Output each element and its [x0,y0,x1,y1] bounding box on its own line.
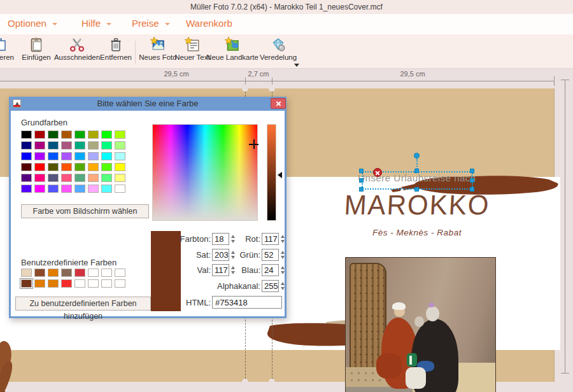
spin-up-icon[interactable] [281,235,285,238]
new-map-button[interactable]: Neue Landkarte [206,37,258,67]
chevron-down-icon[interactable] [294,64,299,67]
custom-color-swatch[interactable] [88,269,99,277]
basic-color-swatch[interactable] [115,152,125,160]
html-color-input[interactable]: #753418 [212,296,282,309]
basic-color-swatch[interactable] [21,130,32,139]
selection-handle[interactable] [359,169,364,173]
delete-element-button[interactable] [373,168,382,177]
basic-color-swatch[interactable] [34,152,45,160]
custom-color-swatch[interactable] [88,279,99,288]
custom-color-swatch[interactable] [101,279,112,288]
spin-down-icon[interactable] [281,256,285,259]
custom-color-swatch[interactable] [48,279,59,288]
add-custom-color-button[interactable]: Zu benutzerdefinierten Farben hinzufügen [15,297,151,311]
pick-screen-color-button[interactable]: Farbe vom Bildschirm wählen [21,204,149,218]
basic-color-swatch[interactable] [101,141,112,150]
cut-button[interactable]: Ausschneiden [54,37,100,67]
basic-color-swatch[interactable] [34,130,45,139]
basic-color-swatch[interactable] [48,163,59,171]
basic-color-swatch[interactable] [88,163,99,171]
cover-title-text[interactable]: MAROKKO [343,189,492,221]
basic-color-swatch[interactable] [61,130,72,139]
basic-color-swatch[interactable] [88,130,99,139]
custom-color-swatch[interactable] [48,269,59,277]
spin-up-icon[interactable] [281,266,285,269]
rotation-handle[interactable] [414,153,420,158]
custom-color-swatch[interactable] [101,269,112,277]
basic-color-swatch[interactable] [21,185,32,193]
color-crosshair[interactable] [249,139,258,149]
basic-color-swatch[interactable] [61,163,72,171]
basic-color-swatch[interactable] [115,174,125,182]
custom-color-swatch[interactable] [21,279,32,288]
basic-color-swatch[interactable] [101,130,112,139]
alpha-field[interactable]: 255 [262,280,285,292]
cover-photo[interactable] [345,257,496,392]
basic-color-swatch[interactable] [48,130,59,139]
basic-color-swatch[interactable] [74,130,85,139]
dialog-title-bar[interactable]: Bitte wählen Sie eine Farbe [9,97,286,111]
selection-handle[interactable] [414,169,419,173]
basic-color-swatch[interactable] [21,152,32,160]
menu-hilfe[interactable]: Hilfe [81,18,111,29]
red-field[interactable]: 117 [262,233,285,245]
hue-saturation-picker[interactable] [152,124,258,221]
finishing-button[interactable]: Veredelung [257,37,299,67]
basic-color-swatch[interactable] [74,141,85,150]
custom-color-swatch[interactable] [34,279,45,288]
delete-button[interactable]: Entfernen [96,37,136,67]
blue-field[interactable]: 24 [262,264,285,276]
menu-warenkorb[interactable]: Warenkorb [186,18,232,29]
spin-down-icon[interactable] [281,287,285,290]
basic-color-swatch[interactable] [34,185,45,193]
menu-optionen[interactable]: Optionen [8,18,57,29]
custom-color-swatch[interactable] [115,269,125,277]
custom-color-swatch[interactable] [21,269,32,277]
basic-color-swatch[interactable] [34,141,45,150]
value-slider[interactable] [267,124,276,221]
basic-color-swatch[interactable] [101,163,112,171]
menu-preise[interactable]: Preise [132,18,170,29]
custom-color-swatch[interactable] [74,269,85,277]
selection-handle[interactable] [359,178,364,183]
custom-color-swatch[interactable] [34,269,45,277]
basic-color-swatch[interactable] [21,141,32,150]
basic-color-swatch[interactable] [101,174,112,182]
selection-handle[interactable] [359,187,364,192]
basic-color-swatch[interactable] [34,174,45,182]
selection-handle[interactable] [470,178,474,183]
selection-handle[interactable] [470,169,474,173]
paste-button[interactable]: Einfügen [16,37,57,67]
basic-color-swatch[interactable] [74,152,85,160]
basic-color-swatch[interactable] [61,174,72,182]
basic-color-swatch[interactable] [88,141,99,150]
basic-color-swatch[interactable] [115,141,125,150]
green-field[interactable]: 52 [262,249,285,261]
basic-color-swatch[interactable] [21,174,32,182]
basic-color-swatch[interactable] [74,174,85,182]
spin-down-icon[interactable] [281,240,285,243]
basic-color-swatch[interactable] [74,185,85,193]
value-slider-arrow[interactable] [278,172,282,178]
basic-color-swatch[interactable] [48,185,59,193]
basic-color-swatch[interactable] [88,152,99,160]
custom-color-swatch[interactable] [74,279,85,288]
basic-color-swatch[interactable] [48,141,59,150]
basic-color-swatch[interactable] [101,185,112,193]
basic-color-swatch[interactable] [88,174,99,182]
spin-up-icon[interactable] [281,251,285,254]
custom-color-swatch[interactable] [61,279,72,288]
close-icon[interactable] [271,98,286,109]
selection-handle[interactable] [470,187,474,192]
spin-down-icon[interactable] [281,271,285,274]
basic-color-swatch[interactable] [61,141,72,150]
spin-up-icon[interactable] [281,282,285,285]
basic-color-swatch[interactable] [61,185,72,193]
cover-cities-text[interactable]: Fès - Meknès - Rabat [353,228,481,237]
custom-color-swatch[interactable] [61,269,72,277]
basic-color-swatch[interactable] [48,152,59,160]
basic-color-swatch[interactable] [21,163,32,171]
basic-color-swatch[interactable] [101,152,112,160]
basic-color-swatch[interactable] [61,152,72,160]
basic-color-swatch[interactable] [115,130,125,139]
